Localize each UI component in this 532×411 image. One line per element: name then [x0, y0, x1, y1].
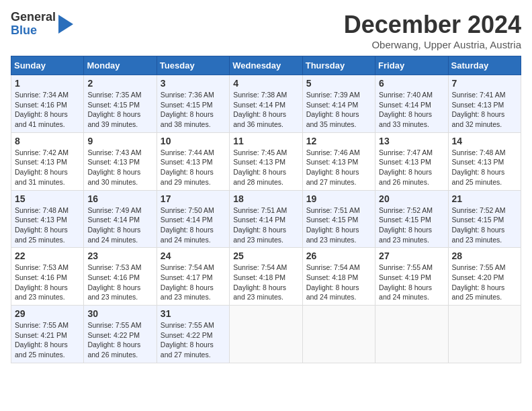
- calendar-cell: [230, 306, 302, 363]
- calendar-cell: 5Sunrise: 7:39 AM Sunset: 4:14 PM Daylig…: [302, 75, 375, 133]
- day-info: Sunrise: 7:55 AM Sunset: 4:22 PM Dayligh…: [161, 320, 226, 360]
- day-number: 24: [161, 250, 226, 261]
- day-info: Sunrise: 7:50 AM Sunset: 4:14 PM Dayligh…: [161, 205, 226, 245]
- page-header: General Blue December 2024 Oberwang, Upp…: [11, 11, 521, 50]
- day-info: Sunrise: 7:55 AM Sunset: 4:20 PM Dayligh…: [452, 263, 517, 302]
- day-info: Sunrise: 7:55 AM Sunset: 4:19 PM Dayligh…: [379, 263, 444, 302]
- day-info: Sunrise: 7:41 AM Sunset: 4:13 PM Dayligh…: [452, 90, 517, 130]
- day-info: Sunrise: 7:52 AM Sunset: 4:15 PM Dayligh…: [379, 205, 444, 245]
- day-info: Sunrise: 7:55 AM Sunset: 4:22 PM Dayligh…: [87, 320, 152, 360]
- day-number: 20: [379, 193, 444, 204]
- calendar-cell: 22Sunrise: 7:53 AM Sunset: 4:16 PM Dayli…: [11, 248, 84, 306]
- calendar-cell: 23Sunrise: 7:53 AM Sunset: 4:16 PM Dayli…: [84, 248, 157, 306]
- calendar-cell: 7Sunrise: 7:41 AM Sunset: 4:13 PM Daylig…: [448, 75, 521, 133]
- month-title: December 2024: [344, 11, 521, 39]
- day-info: Sunrise: 7:36 AM Sunset: 4:15 PM Dayligh…: [161, 90, 226, 130]
- calendar-cell: 19Sunrise: 7:51 AM Sunset: 4:15 PM Dayli…: [302, 190, 375, 248]
- calendar-cell: 21Sunrise: 7:52 AM Sunset: 4:15 PM Dayli…: [448, 190, 521, 248]
- day-info: Sunrise: 7:35 AM Sunset: 4:15 PM Dayligh…: [87, 90, 152, 130]
- day-info: Sunrise: 7:52 AM Sunset: 4:15 PM Dayligh…: [452, 205, 517, 245]
- calendar-cell: 15Sunrise: 7:48 AM Sunset: 4:13 PM Dayli…: [11, 190, 84, 248]
- day-info: Sunrise: 7:46 AM Sunset: 4:13 PM Dayligh…: [306, 148, 371, 187]
- day-info: Sunrise: 7:49 AM Sunset: 4:14 PM Dayligh…: [87, 205, 152, 245]
- day-number: 13: [379, 136, 444, 146]
- calendar-cell: 4Sunrise: 7:38 AM Sunset: 4:14 PM Daylig…: [230, 75, 302, 133]
- weekday-header-saturday: Saturday: [448, 56, 521, 75]
- day-number: 17: [161, 193, 226, 204]
- day-number: 10: [161, 136, 226, 146]
- calendar-cell: 29Sunrise: 7:55 AM Sunset: 4:21 PM Dayli…: [11, 306, 84, 363]
- day-number: 4: [233, 78, 298, 89]
- logo-blue: Blue: [11, 24, 56, 38]
- calendar-cell: 27Sunrise: 7:55 AM Sunset: 4:19 PM Dayli…: [375, 248, 448, 306]
- weekday-header-friday: Friday: [375, 56, 448, 75]
- day-info: Sunrise: 7:43 AM Sunset: 4:13 PM Dayligh…: [87, 148, 152, 187]
- day-number: 23: [87, 250, 152, 261]
- day-number: 12: [306, 136, 371, 146]
- day-number: 29: [15, 308, 80, 319]
- day-number: 30: [87, 308, 152, 319]
- location-subtitle: Oberwang, Upper Austria, Austria: [344, 39, 521, 50]
- calendar-cell: 18Sunrise: 7:51 AM Sunset: 4:14 PM Dayli…: [230, 190, 302, 248]
- day-number: 8: [15, 136, 80, 146]
- day-info: Sunrise: 7:54 AM Sunset: 4:18 PM Dayligh…: [233, 263, 298, 302]
- weekday-header-thursday: Thursday: [302, 56, 375, 75]
- calendar-cell: 14Sunrise: 7:48 AM Sunset: 4:13 PM Dayli…: [448, 132, 521, 190]
- day-info: Sunrise: 7:44 AM Sunset: 4:13 PM Dayligh…: [161, 148, 226, 187]
- day-number: 25: [233, 250, 298, 261]
- calendar-cell: 24Sunrise: 7:54 AM Sunset: 4:17 PM Dayli…: [157, 248, 229, 306]
- day-info: Sunrise: 7:53 AM Sunset: 4:16 PM Dayligh…: [15, 263, 80, 302]
- weekday-header-wednesday: Wednesday: [230, 56, 302, 75]
- day-info: Sunrise: 7:40 AM Sunset: 4:14 PM Dayligh…: [379, 90, 444, 130]
- calendar-cell: 9Sunrise: 7:43 AM Sunset: 4:13 PM Daylig…: [84, 132, 157, 190]
- weekday-header-sunday: Sunday: [11, 56, 84, 75]
- calendar-table: SundayMondayTuesdayWednesdayThursdayFrid…: [11, 56, 521, 363]
- calendar-cell: 28Sunrise: 7:55 AM Sunset: 4:20 PM Dayli…: [448, 248, 521, 306]
- day-info: Sunrise: 7:48 AM Sunset: 4:13 PM Dayligh…: [15, 205, 80, 245]
- day-info: Sunrise: 7:55 AM Sunset: 4:21 PM Dayligh…: [15, 320, 80, 360]
- calendar-cell: 3Sunrise: 7:36 AM Sunset: 4:15 PM Daylig…: [157, 75, 229, 133]
- day-number: 22: [15, 250, 80, 261]
- calendar-cell: 31Sunrise: 7:55 AM Sunset: 4:22 PM Dayli…: [157, 306, 229, 363]
- day-number: 15: [15, 193, 80, 204]
- day-number: 7: [452, 78, 517, 89]
- day-number: 1: [15, 78, 80, 89]
- day-number: 19: [306, 193, 371, 204]
- day-number: 27: [379, 250, 444, 261]
- calendar-cell: 2Sunrise: 7:35 AM Sunset: 4:15 PM Daylig…: [84, 75, 157, 133]
- day-info: Sunrise: 7:39 AM Sunset: 4:14 PM Dayligh…: [306, 90, 371, 130]
- calendar-cell: 20Sunrise: 7:52 AM Sunset: 4:15 PM Dayli…: [375, 190, 448, 248]
- calendar-cell: 8Sunrise: 7:42 AM Sunset: 4:13 PM Daylig…: [11, 132, 84, 190]
- calendar-cell: 10Sunrise: 7:44 AM Sunset: 4:13 PM Dayli…: [157, 132, 229, 190]
- logo-general: General: [11, 11, 56, 24]
- logo-arrow-icon: [58, 15, 73, 34]
- calendar-cell: [448, 306, 521, 363]
- day-info: Sunrise: 7:48 AM Sunset: 4:13 PM Dayligh…: [452, 148, 517, 187]
- title-block: December 2024 Oberwang, Upper Austria, A…: [344, 11, 521, 50]
- day-info: Sunrise: 7:54 AM Sunset: 4:17 PM Dayligh…: [161, 263, 226, 302]
- calendar-week-row: 22Sunrise: 7:53 AM Sunset: 4:16 PM Dayli…: [11, 248, 521, 306]
- day-number: 3: [161, 78, 226, 89]
- day-number: 21: [452, 193, 517, 204]
- calendar-cell: 1Sunrise: 7:34 AM Sunset: 4:16 PM Daylig…: [11, 75, 84, 133]
- day-info: Sunrise: 7:54 AM Sunset: 4:18 PM Dayligh…: [306, 263, 371, 302]
- day-number: 14: [452, 136, 517, 146]
- calendar-cell: [302, 306, 375, 363]
- calendar-week-row: 29Sunrise: 7:55 AM Sunset: 4:21 PM Dayli…: [11, 306, 521, 363]
- calendar-cell: 30Sunrise: 7:55 AM Sunset: 4:22 PM Dayli…: [84, 306, 157, 363]
- day-info: Sunrise: 7:45 AM Sunset: 4:13 PM Dayligh…: [233, 148, 298, 187]
- day-number: 5: [306, 78, 371, 89]
- svg-marker-0: [58, 15, 73, 34]
- day-info: Sunrise: 7:42 AM Sunset: 4:13 PM Dayligh…: [15, 148, 80, 187]
- day-info: Sunrise: 7:38 AM Sunset: 4:14 PM Dayligh…: [233, 90, 298, 130]
- day-info: Sunrise: 7:34 AM Sunset: 4:16 PM Dayligh…: [15, 90, 80, 130]
- day-info: Sunrise: 7:51 AM Sunset: 4:14 PM Dayligh…: [233, 205, 298, 245]
- calendar-week-row: 8Sunrise: 7:42 AM Sunset: 4:13 PM Daylig…: [11, 132, 521, 190]
- weekday-header-monday: Monday: [84, 56, 157, 75]
- calendar-cell: 6Sunrise: 7:40 AM Sunset: 4:14 PM Daylig…: [375, 75, 448, 133]
- day-number: 28: [452, 250, 517, 261]
- day-number: 31: [161, 308, 226, 319]
- calendar-cell: 11Sunrise: 7:45 AM Sunset: 4:13 PM Dayli…: [230, 132, 302, 190]
- day-info: Sunrise: 7:51 AM Sunset: 4:15 PM Dayligh…: [306, 205, 371, 245]
- calendar-cell: 12Sunrise: 7:46 AM Sunset: 4:13 PM Dayli…: [302, 132, 375, 190]
